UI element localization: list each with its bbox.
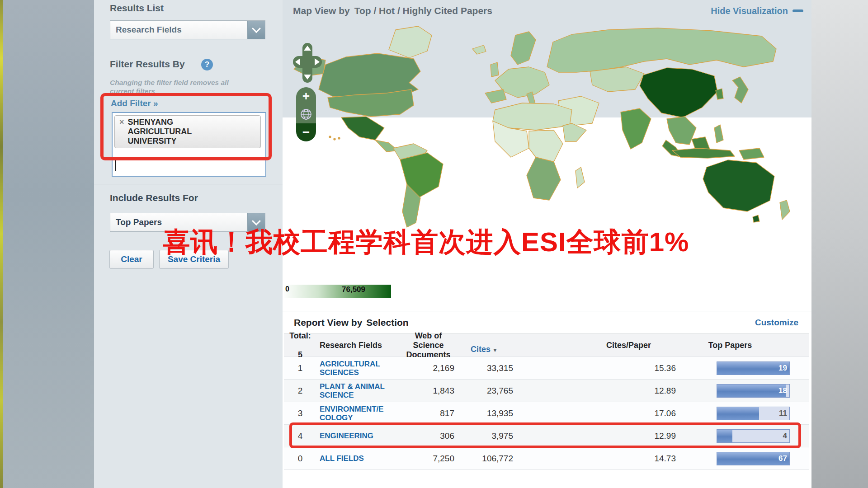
row-rank: 2 [284,386,316,396]
filter-input-box[interactable]: × SHENYANG AGRICULTURAL UNIVERSITY [112,112,266,177]
pan-right-icon[interactable] [315,58,320,66]
map-header-bar: Map View by Top / Hot / Highly Cited Pap… [283,0,811,22]
table-body: 1 AGRICULTURAL SCIENCES 2,169 33,315 15.… [284,357,809,470]
results-list-dropdown-value: Research Fields [110,25,247,35]
table-row: 2 PLANT & ANIMAL SCIENCE 1,843 23,765 12… [284,380,809,402]
pan-up-icon[interactable] [304,46,311,51]
filter-tag-label: SHENYANG AGRICULTURAL UNIVERSITY [128,117,192,146]
map-pan-control[interactable] [293,43,322,83]
row-cites-per-paper: 12.89 [518,386,678,396]
top-papers-count: 4 [783,432,787,441]
row-docs: 7,250 [402,454,459,464]
docs-header[interactable]: Web of Science Documents [402,331,459,360]
table-row: 4 ENGINEERING 306 3,975 12.99 4 [284,425,809,447]
map-region-uk[interactable] [491,62,499,77]
map-region-mexico[interactable] [341,117,384,140]
hide-visualization-link[interactable]: Hide Visualization [711,6,803,16]
map-island-dot [334,138,335,140]
map-island-dot [329,136,331,138]
map-region-new-zealand[interactable] [780,200,790,220]
row-cites: 13,935 [459,408,518,418]
world-map[interactable] [283,22,807,234]
customize-link[interactable]: Customize [755,318,798,328]
row-rank: 0 [284,454,316,464]
remove-tag-icon[interactable]: × [119,117,124,146]
report-table: Total: 5 Research Fields Web of Science … [284,333,809,470]
map-region-iceland[interactable] [472,45,486,54]
row-top-papers-cell: 18 [678,384,809,398]
row-top-papers-cell: 67 [678,452,809,465]
row-cites-per-paper: 12.99 [518,431,678,441]
research-field-link[interactable]: ENVIRONMENT/E COLOGY [320,405,384,422]
map-region-japan[interactable] [732,77,748,103]
map-view-title-main: Top / Hot / Highly Cited Papers [354,5,492,16]
table-header-row: Total: 5 Research Fields Web of Science … [284,333,809,357]
globe-icon[interactable] [296,105,316,123]
research-fields-header[interactable]: Research Fields [316,341,402,350]
map-region-central-africa[interactable] [529,130,563,162]
map-region-india[interactable] [621,108,651,149]
add-filter-link[interactable]: Add Filter » [111,99,158,108]
row-cites-per-paper: 15.36 [518,363,678,373]
top-papers-count: 18 [778,386,787,395]
map-region-central-asia[interactable] [590,67,644,92]
map-region-spain[interactable] [485,89,506,103]
scale-max-label: 76,509 [342,285,365,294]
help-icon[interactable]: ? [201,59,213,70]
map-region-korea[interactable] [716,89,723,99]
pan-down-icon[interactable] [304,75,311,80]
map-region-greenland[interactable] [389,26,432,58]
top-papers-header[interactable]: Top Papers [678,341,809,350]
results-list-dropdown[interactable]: Research Fields [110,20,265,39]
map-region-philippines[interactable] [714,125,723,143]
map-view-title: Map View by Top / Hot / Highly Cited Pap… [293,5,492,16]
announcement-overlay-text: 喜讯！我校工程学科首次进入ESI全球前1% [163,224,689,261]
minus-icon [793,9,803,12]
table-row: 3 ENVIRONMENT/E COLOGY 817 13,935 17.06 … [284,402,809,425]
map-region-russia[interactable] [547,28,776,72]
research-field-link[interactable]: PLANT & ANIMAL SCIENCE [320,382,385,399]
map-region-south-africa[interactable] [527,157,561,200]
row-docs: 1,843 [402,386,459,396]
map-region-east-africa[interactable] [563,123,586,141]
cites-header[interactable]: Cites▼ [459,335,518,355]
map-region-scandinavia[interactable] [511,32,536,65]
cites-per-paper-header[interactable]: Cites/Paper [518,341,678,350]
row-cites: 33,315 [459,363,518,373]
map-region-madagascar[interactable] [576,167,585,188]
sort-descending-icon: ▼ [492,347,498,353]
map-region-papua[interactable] [739,148,764,160]
map-region-se-asia[interactable] [667,117,696,145]
pan-left-icon[interactable] [295,58,300,66]
divider [94,45,283,45]
top-papers-bar-fill [717,385,786,397]
row-cites: 23,765 [459,386,518,396]
filter-results-heading: Filter Results By [110,59,185,70]
divider [94,184,283,184]
row-cites-per-paper: 14.73 [518,454,678,464]
cites-header-label: Cites [471,345,491,354]
top-papers-bar: 67 [717,452,790,465]
clear-button[interactable]: Clear [109,250,154,269]
row-field-cell: AGRICULTURAL SCIENCES [316,360,402,377]
map-region-tasmania[interactable] [753,215,760,222]
map-region-australia[interactable] [703,160,774,211]
row-docs: 306 [402,431,459,441]
map-color-scale: 0 76,509 [284,285,391,298]
zoom-in-icon[interactable]: + [296,87,316,105]
hide-visualization-label: Hide Visualization [711,6,788,16]
top-papers-count: 11 [779,409,787,418]
filter-tag: × SHENYANG AGRICULTURAL UNIVERSITY [114,115,261,148]
top-papers-bar: 11 [717,407,790,420]
research-field-link[interactable]: ENGINEERING [320,432,373,440]
research-field-link[interactable]: ALL FIELDS [320,454,364,463]
background-left [0,0,94,488]
map-region-indonesia[interactable] [672,148,735,158]
map-region-china[interactable] [640,68,717,117]
row-cites: 106,772 [459,454,518,464]
row-rank: 4 [284,431,316,441]
report-header: Report View by Selection Customize [283,313,800,333]
research-field-link[interactable]: AGRICULTURAL SCIENCES [320,360,380,377]
map-zoom-control[interactable]: + − [296,87,316,141]
chevron-down-icon[interactable] [247,21,265,39]
